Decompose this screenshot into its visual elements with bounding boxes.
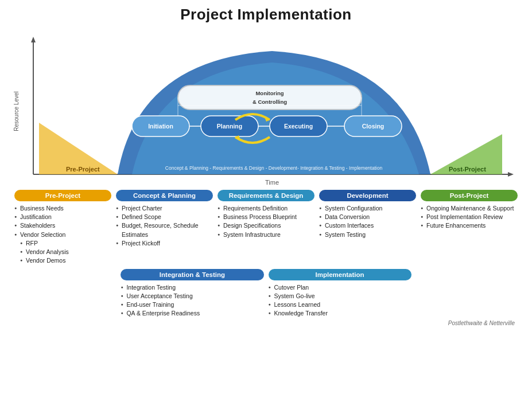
phase-col-req: Requirements & Design Requirements Defin… — [218, 190, 314, 239]
list-item: Design Specifications — [218, 221, 314, 230]
phase-items-req: Requirements Definition Business Process… — [218, 204, 314, 239]
list-item: Integration Testing — [121, 283, 263, 292]
phase-items-pre-project: Business Needs Justification Stakeholder… — [14, 204, 111, 266]
phase-col-integration: Integration & Testing Integration Testin… — [121, 269, 263, 318]
phase-items-concept: Project Charter Defined Scope Budget, Re… — [116, 204, 213, 248]
phase-header-pre-project: Pre-Project — [14, 190, 111, 201]
phase-col-post: Post-Project Ongoing Maintenance & Suppo… — [421, 190, 518, 231]
list-item: Lessons Learned — [269, 300, 411, 309]
svg-rect-10 — [178, 85, 362, 110]
svg-text:Planning: Planning — [217, 123, 242, 130]
list-item: Budget, Resource, Schedule Estimates — [116, 221, 213, 239]
list-item: Business Process Blueprint — [218, 213, 314, 221]
phase-col-pre-project: Pre-Project Business Needs Justification… — [14, 190, 111, 266]
svg-text:Initiation: Initiation — [148, 123, 173, 130]
phase-header-req: Requirements & Design — [218, 190, 314, 201]
phase-items-post: Ongoing Maintenance & Support Post Imple… — [421, 204, 518, 231]
list-item: System Configuration — [319, 204, 416, 213]
phase-items-impl: Cutover Plan System Go-live Lessons Lear… — [269, 283, 411, 318]
svg-text:Closing: Closing — [362, 123, 385, 130]
svg-text:Monitoring: Monitoring — [255, 90, 284, 96]
phase-header-integration: Integration & Testing — [121, 269, 263, 280]
chart-svg: Resource Level Time Pre-Project Post-Pro… — [11, 28, 521, 189]
svg-text:Pre-Project: Pre-Project — [66, 166, 100, 173]
svg-marker-1 — [31, 37, 36, 42]
list-item: User Acceptance Testing — [121, 292, 263, 300]
list-item: RFP — [14, 239, 111, 248]
svg-text:Concept & Planning - Requireme: Concept & Planning - Requirements & Desi… — [165, 165, 383, 171]
page: Project Implementation Resource Level Ti… — [0, 0, 532, 335]
credit-text: Postlethwaite & Netterville — [11, 320, 521, 326]
phases-row-2: Integration & Testing Integration Testin… — [118, 269, 414, 318]
list-item: Justification — [14, 213, 111, 221]
phase-col-concept: Concept & Planning Project Charter Defin… — [116, 190, 213, 248]
chart-area: Resource Level Time Pre-Project Post-Pro… — [11, 28, 521, 189]
list-item: Vendor Demos — [14, 256, 111, 265]
svg-text:Resource Level: Resource Level — [13, 91, 20, 131]
list-item: Future Enhancements — [421, 221, 518, 230]
list-item: Business Needs — [14, 204, 111, 213]
list-item: Ongoing Maintenance & Support — [421, 204, 518, 213]
list-item: Project Charter — [116, 204, 213, 213]
list-item: Data Conversion — [319, 213, 416, 221]
phase-col-impl: Implementation Cutover Plan System Go-li… — [269, 269, 411, 318]
phase-header-impl: Implementation — [269, 269, 411, 280]
list-item: End-user Training — [121, 300, 263, 309]
list-item: System Go-live — [269, 292, 411, 300]
phase-col-dev: Development System Configuration Data Co… — [319, 190, 416, 239]
list-item: Vendor Selection — [14, 231, 111, 239]
list-item: Knowledge Transfer — [269, 309, 411, 318]
list-item: Post Implementation Review — [421, 213, 518, 221]
phase-items-integration: Integration Testing User Acceptance Test… — [121, 283, 263, 318]
list-item: Stakeholders — [14, 221, 111, 230]
page-title: Project Implementation — [11, 6, 521, 24]
list-item: Project Kickoff — [116, 239, 213, 248]
phase-items-dev: System Configuration Data Conversion Cus… — [319, 204, 416, 239]
svg-text:Time: Time — [265, 179, 279, 186]
list-item: System Testing — [319, 231, 416, 239]
list-item: Requirements Definition — [218, 204, 314, 213]
list-item: Vendor Analysis — [14, 248, 111, 256]
phase-header-dev: Development — [319, 190, 416, 201]
svg-text:& Controlling: & Controlling — [253, 99, 287, 105]
svg-text:Post-Project: Post-Project — [449, 166, 486, 173]
list-item: Defined Scope — [116, 213, 213, 221]
svg-marker-4 — [508, 172, 514, 177]
list-item: QA & Enterprise Readiness — [121, 309, 263, 318]
phases-row-1: Pre-Project Business Needs Justification… — [11, 190, 521, 266]
phase-header-concept: Concept & Planning — [116, 190, 213, 201]
phase-header-post: Post-Project — [421, 190, 518, 201]
bottom-section: Pre-Project Business Needs Justification… — [11, 190, 521, 326]
list-item: System Infrastructure — [218, 231, 314, 239]
list-item: Cutover Plan — [269, 283, 411, 292]
list-item: Custom Interfaces — [319, 221, 416, 230]
svg-text:Executing: Executing — [284, 123, 313, 130]
